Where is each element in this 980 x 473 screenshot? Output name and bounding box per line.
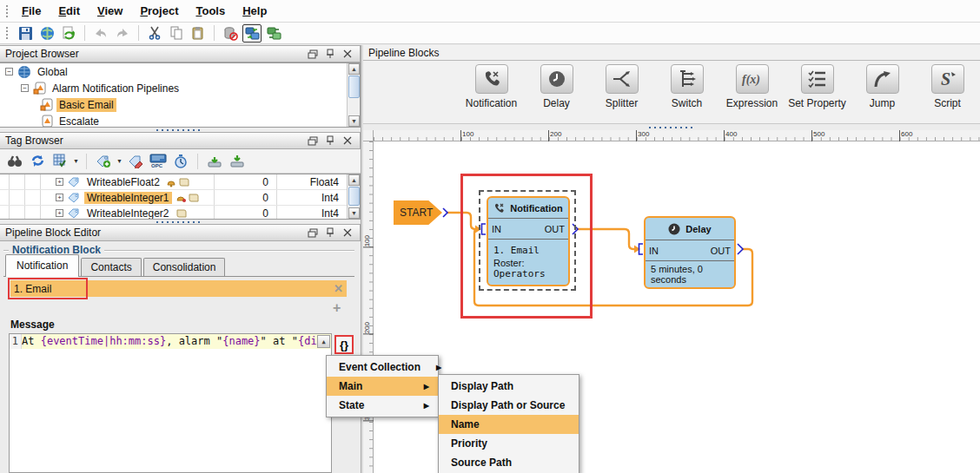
tree-row-escalate[interactable]: Escalate xyxy=(0,113,360,128)
palette-label: Jump xyxy=(870,97,895,109)
palette-item-splitter[interactable]: Splitter xyxy=(589,61,654,123)
menu-project[interactable]: Project xyxy=(131,2,187,20)
menu-item-name[interactable]: Name xyxy=(439,415,579,434)
message-editor[interactable]: 1 At {eventTime|hh:mm:ss}, alarm "{name}… xyxy=(9,333,332,473)
tree-label[interactable]: Escalate xyxy=(56,115,102,128)
tree-label-selected[interactable]: Basic Email xyxy=(56,98,116,112)
tree-row-basic-email[interactable]: Basic Email xyxy=(0,96,360,113)
palette-item-switch[interactable]: Switch xyxy=(654,61,719,123)
tag-name[interactable]: WriteableInteger2 xyxy=(84,207,172,220)
tag-name[interactable]: WriteableInteger1 xyxy=(84,192,172,204)
main-submenu: Display Path Display Path or Source Name… xyxy=(438,374,579,473)
tab-contacts[interactable]: Contacts xyxy=(81,258,141,277)
tag-datatype: Int4 xyxy=(278,207,339,220)
add-profile-icon[interactable]: + xyxy=(333,300,341,316)
editor-scroll-up-button[interactable]: ▲ xyxy=(317,335,330,348)
close-button[interactable] xyxy=(341,48,354,60)
delay-out-connector[interactable] xyxy=(738,244,743,254)
search-tags-button[interactable] xyxy=(5,152,24,170)
scroll-up-button[interactable]: ▲ xyxy=(348,63,360,75)
paste-button[interactable] xyxy=(189,24,208,43)
collapse-icon[interactable]: − xyxy=(21,84,29,92)
delay-block[interactable]: Delay IN OUT 5 minutes, 0 seconds xyxy=(644,216,736,289)
pin-button[interactable] xyxy=(323,135,337,147)
tag-history-button[interactable] xyxy=(171,152,190,170)
tag-name[interactable]: WriteableFloat2 xyxy=(84,176,162,188)
menu-file[interactable]: File xyxy=(13,2,50,20)
menu-item-main[interactable]: Main ▶ xyxy=(327,377,438,396)
close-button[interactable] xyxy=(341,135,354,147)
splitter-handle[interactable] xyxy=(647,126,696,129)
palette-item-notification[interactable]: Notification xyxy=(459,61,524,123)
expand-icon[interactable]: + xyxy=(56,209,63,217)
publish-button[interactable] xyxy=(59,24,78,43)
dropdown-caret-icon[interactable]: ▼ xyxy=(73,158,79,164)
undo-button[interactable] xyxy=(91,24,110,43)
close-button[interactable] xyxy=(341,227,354,239)
palette-item-script[interactable]: S Script xyxy=(915,61,980,123)
start-out-connector[interactable] xyxy=(443,208,447,217)
menu-item-display-path-or-source[interactable]: Display Path or Source xyxy=(439,396,579,415)
insert-tag-button[interactable]: {} xyxy=(334,335,354,354)
expand-icon[interactable]: + xyxy=(56,178,63,186)
scroll-down-button[interactable]: ▼ xyxy=(348,207,360,219)
refresh-tags-button[interactable] xyxy=(28,152,47,170)
edit-tag-button[interactable] xyxy=(126,152,145,170)
menu-item-priority[interactable]: Priority xyxy=(439,434,579,453)
scroll-badge-icon xyxy=(188,193,199,203)
expand-icon[interactable]: + xyxy=(56,194,63,201)
menu-edit[interactable]: Edit xyxy=(50,2,89,20)
comm-read-write-button[interactable] xyxy=(242,24,262,43)
comm-sync-button[interactable] xyxy=(264,24,283,43)
menu-view[interactable]: View xyxy=(89,2,131,20)
import-tags-button[interactable] xyxy=(205,152,224,170)
in-port-label[interactable]: IN xyxy=(649,246,659,256)
save-button[interactable] xyxy=(16,24,35,43)
palette-item-expression[interactable]: f(x) Expression xyxy=(719,61,785,123)
menu-help[interactable]: Help xyxy=(234,2,275,20)
menu-item-display-path[interactable]: Display Path xyxy=(439,377,579,396)
tree-row-global[interactable]: − Global xyxy=(0,63,360,80)
dropdown-caret-icon[interactable]: ▼ xyxy=(116,158,122,164)
tab-notification[interactable]: Notification xyxy=(5,254,79,277)
project-browser-scrollbar[interactable]: ▲ ▼ xyxy=(347,63,360,127)
tag-browser-table: + WriteableFloat2 0 Float4 + WriteableIn… xyxy=(0,174,361,220)
tree-label[interactable]: Alarm Notification Pipelines xyxy=(50,82,182,95)
collapse-icon[interactable]: − xyxy=(5,68,13,76)
cut-button[interactable] xyxy=(145,24,164,43)
global-button[interactable] xyxy=(37,24,56,43)
export-tags-button[interactable] xyxy=(228,152,247,170)
menu-tools[interactable]: Tools xyxy=(187,2,234,20)
tab-consolidation[interactable]: Consolidation xyxy=(143,258,226,277)
tag-columns-button[interactable] xyxy=(50,152,70,170)
tag-browser-scrollbar[interactable]: ▲ ▼ xyxy=(347,174,360,219)
out-port-label[interactable]: OUT xyxy=(711,246,731,256)
float-button[interactable] xyxy=(306,135,320,147)
scroll-thumb[interactable] xyxy=(348,76,360,98)
db-disconnect-button[interactable] xyxy=(221,24,240,43)
opc-browser-button[interactable]: OPC xyxy=(149,152,168,170)
tag-row-selected[interactable]: + WriteableInteger1 0 Int4 xyxy=(0,190,360,206)
menu-item-state[interactable]: State ▶ xyxy=(327,396,438,415)
tag-row[interactable]: + WriteableInteger2 0 Int4 xyxy=(0,206,360,220)
add-tag-button[interactable] xyxy=(94,152,113,170)
scroll-up-button[interactable]: ▲ xyxy=(348,174,360,186)
redo-button[interactable] xyxy=(113,24,132,43)
scroll-thumb[interactable] xyxy=(348,187,360,206)
menu-item-event-collection[interactable]: Event Collection ▶ xyxy=(327,358,438,377)
float-button[interactable] xyxy=(306,227,320,239)
copy-button[interactable] xyxy=(167,24,186,43)
palette-item-jump[interactable]: Jump xyxy=(850,61,915,123)
remove-profile-icon[interactable]: ✕ xyxy=(334,282,343,295)
delay-in-connector[interactable] xyxy=(639,244,644,254)
tag-row[interactable]: + WriteableFloat2 0 Float4 xyxy=(0,174,360,190)
tree-row-pipelines[interactable]: − Alarm Notification Pipelines xyxy=(0,80,360,96)
tree-label[interactable]: Global xyxy=(35,65,70,79)
scroll-down-button[interactable]: ▼ xyxy=(348,115,360,127)
float-button[interactable] xyxy=(306,48,320,60)
pin-button[interactable] xyxy=(323,227,337,239)
palette-item-delay[interactable]: Delay xyxy=(524,61,589,123)
menu-item-source-path[interactable]: Source Path xyxy=(439,453,579,472)
palette-item-set-property[interactable]: Set Property xyxy=(785,61,850,123)
pin-button[interactable] xyxy=(323,48,337,60)
